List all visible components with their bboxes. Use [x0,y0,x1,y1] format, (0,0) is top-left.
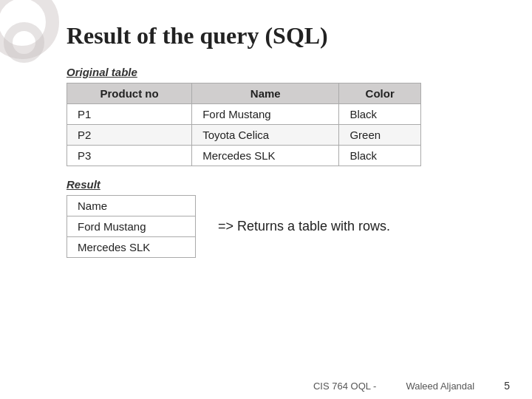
col-header-product-no: Product no [67,83,192,104]
cell-name: Ford Mustang [192,104,339,125]
cell-name: Toyota Celica [192,125,339,146]
cell-product-no: P2 [67,125,192,146]
result-section: Result Name Ford Mustang Mercedes SLK = [66,178,488,258]
main-content: Result of the query (SQL) Original table… [0,0,532,399]
table-row: Ford Mustang [67,216,196,237]
table-header-row: Product no Name Color [67,83,421,104]
original-table: Product no Name Color P1 Ford Mustang Bl… [66,83,421,166]
cell-product-no: P3 [67,146,192,166]
page-title: Result of the query (SQL) [66,22,488,50]
table-row: P1 Ford Mustang Black [67,104,421,125]
result-label: Result [66,178,488,191]
footer-author: Waleed Aljandal [406,381,474,392]
footer: CIS 764 OQL - Waleed Aljandal 5 [0,380,532,392]
col-header-name: Name [192,83,339,104]
table-row: P2 Toyota Celica Green [67,125,421,146]
result-area: Name Ford Mustang Mercedes SLK => Return… [66,195,488,258]
result-cell-mercedes: Mercedes SLK [67,237,196,258]
footer-page: 5 [504,380,510,392]
table-row: Mercedes SLK [67,237,196,258]
cell-name: Mercedes SLK [192,146,339,166]
cell-color: Black [339,146,421,166]
result-cell-name-header: Name [67,196,196,216]
returns-text: => Returns a table with rows. [218,219,390,234]
original-table-label: Original table [66,66,488,78]
col-header-color: Color [339,83,421,104]
footer-inner: CIS 764 OQL - Waleed Aljandal 5 [313,380,510,392]
cell-color: Green [339,125,421,146]
result-cell-ford: Ford Mustang [67,216,196,237]
result-table: Name Ford Mustang Mercedes SLK [66,195,196,258]
table-row: Name [67,196,196,216]
cell-color: Black [339,104,421,125]
cell-product-no: P1 [67,104,192,125]
table-row: P3 Mercedes SLK Black [67,146,421,166]
footer-course: CIS 764 OQL - [313,381,377,392]
